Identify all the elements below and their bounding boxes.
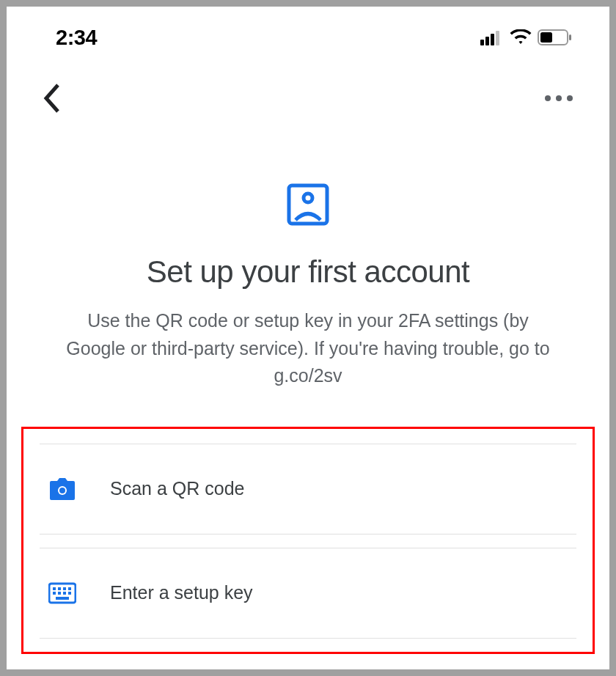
phone-screen: 2:34: [7, 7, 609, 669]
svg-rect-14: [63, 592, 66, 595]
page-subtitle: Use the QR code or setup key in your 2FA…: [29, 307, 587, 390]
battery-icon: [538, 29, 573, 46]
nav-bar: [7, 51, 609, 124]
more-horizontal-icon: [545, 95, 573, 101]
svg-rect-13: [58, 592, 61, 595]
camera-icon: [48, 475, 76, 503]
svg-rect-11: [68, 587, 71, 590]
keyboard-icon: [48, 579, 76, 607]
status-icons: [480, 29, 573, 46]
svg-rect-10: [63, 587, 66, 590]
option-enter-key[interactable]: Enter a setup key: [40, 548, 576, 639]
svg-rect-3: [289, 185, 327, 224]
svg-rect-16: [56, 597, 69, 600]
option-label: Scan a QR code: [110, 478, 244, 499]
chevron-left-icon: [43, 84, 61, 113]
svg-rect-15: [68, 592, 71, 595]
profile-icon: [286, 183, 330, 227]
svg-rect-8: [53, 587, 56, 590]
options-highlight-box: Scan a QR code: [21, 427, 595, 654]
more-button[interactable]: [545, 95, 573, 101]
svg-rect-12: [53, 592, 56, 595]
back-button[interactable]: [43, 84, 61, 113]
status-time: 2:34: [56, 26, 97, 50]
cellular-signal-icon: [480, 29, 504, 45]
wifi-icon: [510, 29, 532, 45]
status-bar: 2:34: [7, 7, 609, 51]
main-content: Set up your first account Use the QR cod…: [7, 124, 609, 654]
page-title: Set up your first account: [7, 254, 609, 290]
svg-rect-1: [540, 32, 552, 43]
option-scan-qr[interactable]: Scan a QR code: [40, 444, 576, 534]
svg-rect-9: [58, 587, 61, 590]
svg-rect-2: [569, 34, 571, 40]
svg-point-4: [304, 194, 312, 202]
option-label: Enter a setup key: [110, 582, 253, 603]
svg-point-6: [59, 488, 65, 493]
